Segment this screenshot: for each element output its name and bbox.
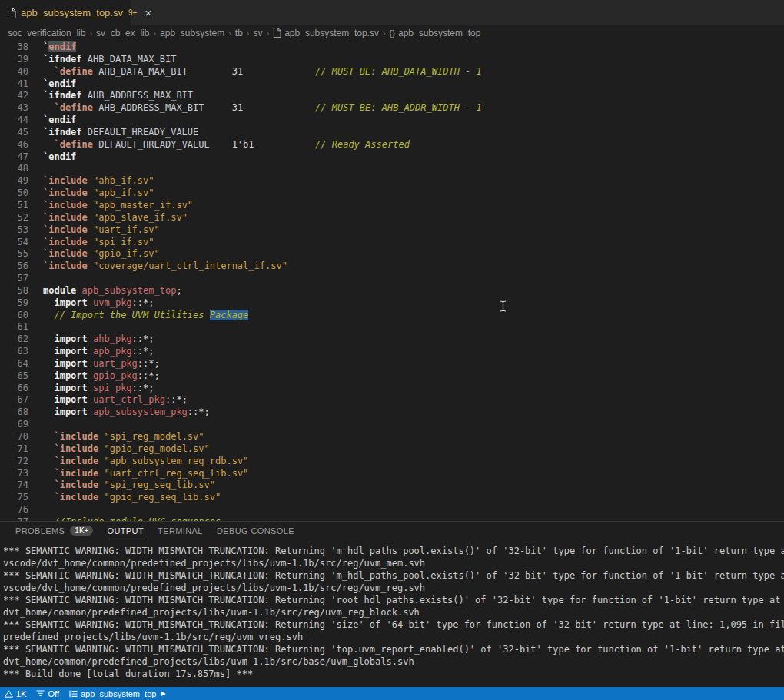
code-line[interactable]	[43, 321, 784, 333]
breadcrumb-item[interactable]: apb_subsystem_top.sv	[273, 28, 379, 38]
code-line[interactable]	[43, 273, 784, 285]
code-token: 31	[188, 66, 243, 77]
code-line[interactable]: `endif	[43, 151, 784, 164]
code-token: "apb_if.sv"	[93, 187, 154, 198]
code-line[interactable]: `define AHB_ADDRESS_MAX_BIT 31 // MUST B…	[43, 102, 784, 114]
output-line: dvt_home/common/predefined_projects/libs…	[3, 655, 784, 668]
code-line[interactable]: `ifndef AHB_DATA_MAX_BIT	[43, 54, 784, 66]
breadcrumb: soc_verification_lib›sv_cb_ex_lib›apb_su…	[0, 25, 784, 40]
breadcrumb-item[interactable]: sv	[254, 28, 263, 38]
code-editor[interactable]: 3839404142434445464748495051525354555657…	[0, 40, 784, 521]
code-token: "spi_reg_model.sv"	[104, 431, 204, 442]
line-number: 46	[0, 139, 28, 151]
code-line[interactable]: `include "apb_subsystem_reg_rdb.sv"	[43, 456, 784, 468]
code-line[interactable]: `include "spi_if.sv"	[43, 237, 784, 249]
breadcrumb-item[interactable]: apb_subsystem	[160, 28, 224, 38]
code-token: AHB_DATA_MAX_BIT	[82, 54, 177, 65]
output-line: *** SEMANTIC WARNING: WIDTH_MISMATCH_TRU…	[3, 619, 784, 631]
breadcrumb-item[interactable]: tb	[235, 28, 243, 38]
vscode-window: apb_subsystem_top.sv 9+ × soc_verificati…	[0, 0, 784, 700]
code-token: endif	[48, 41, 76, 52]
code-line[interactable]: import gpio_pkg::*;	[43, 370, 784, 383]
code-line[interactable]: `include "apb_master_if.sv"	[43, 200, 784, 212]
tab-debug-console[interactable]: DEBUG CONSOLE	[217, 522, 294, 539]
code-token: apb_subsystem_pkg	[88, 406, 188, 417]
code-token: ::*;	[138, 358, 160, 369]
code-token: uvm_pkg	[88, 297, 132, 308]
code-line[interactable]: `endif	[43, 41, 784, 54]
code-line[interactable]: `endif	[43, 114, 784, 127]
status-run-target-item[interactable]: apb_subsystem_top ▶	[69, 689, 166, 698]
code-line[interactable]: import uvm_pkg::*;	[43, 297, 784, 310]
breadcrumb-item[interactable]: {}apb_subsystem_top	[390, 28, 481, 38]
code-line[interactable]	[43, 504, 784, 516]
code-token: `include	[43, 224, 93, 235]
code-line[interactable]: import ahb_pkg::*;	[43, 333, 784, 346]
bottom-panel: PROBLEMS 1K+ OUTPUT TERMINAL DEBUG CONSO…	[0, 521, 784, 687]
code-line[interactable]: `include "uart_ctrl_reg_seq_lib.sv"	[43, 468, 784, 480]
code-token: ::*;	[132, 333, 154, 344]
code-line[interactable]: import uart_pkg::*;	[43, 358, 784, 370]
code-token	[43, 66, 54, 77]
code-line[interactable]: `define DEFAULT_HREADY_VALUE 1'b1 // Rea…	[43, 139, 784, 151]
line-number: 69	[0, 419, 28, 431]
code-token: AHB_ADDRESS_MAX_BIT	[93, 102, 204, 113]
line-number: 50	[0, 187, 28, 200]
line-number: 73	[0, 468, 28, 480]
code-token: `include	[43, 468, 104, 479]
code-token: `include	[43, 431, 104, 442]
editor-code-area[interactable]: `endif`ifndef AHB_DATA_MAX_BIT `define A…	[43, 40, 784, 521]
line-number: 72	[0, 456, 28, 468]
status-dvt-filter-item[interactable]: Off	[36, 689, 58, 698]
code-line[interactable]: `include "apb_slave_if.sv"	[43, 212, 784, 224]
code-line[interactable]: `include "gpio_if.sv"	[43, 248, 784, 260]
line-number: 38	[0, 41, 28, 54]
breadcrumb-separator-icon: ›	[267, 28, 270, 38]
code-token: // Import the UVM Utilities	[43, 310, 210, 320]
tab-apb-subsystem-top[interactable]: apb_subsystem_top.sv 9+ ×	[0, 0, 131, 25]
code-line[interactable]: import apb_subsystem_pkg::*;	[43, 406, 784, 419]
code-line[interactable]: `ifndef DEFAULT_HREADY_VALUE	[43, 127, 784, 139]
code-line[interactable]: `include "spi_reg_model.sv"	[43, 431, 784, 443]
code-line[interactable]: import spi_pkg::*;	[43, 383, 784, 395]
code-line[interactable]: `include "gpio_reg_model.sv"	[43, 443, 784, 456]
code-line[interactable]: `endif	[43, 78, 784, 91]
code-line[interactable]: `include "coverage/uart_ctrl_internal_if…	[43, 260, 784, 273]
code-token: `ifndef	[43, 127, 82, 138]
output-log[interactable]: *** SEMANTIC WARNING: WIDTH_MISMATCH_TRU…	[0, 539, 784, 682]
code-line[interactable]: // Import the UVM Utilities Package	[43, 310, 784, 322]
code-line[interactable]: `include "apb_if.sv"	[43, 187, 784, 200]
code-line[interactable]: `ifndef AHB_ADDRESS_MAX_BIT	[43, 90, 784, 102]
tab-terminal[interactable]: TERMINAL	[158, 522, 203, 539]
code-line[interactable]: `include "ahb_if.sv"	[43, 175, 784, 187]
play-icon[interactable]: ▶	[161, 690, 165, 697]
breadcrumb-separator-icon: ›	[153, 28, 156, 38]
close-icon[interactable]: ×	[145, 7, 151, 18]
code-line[interactable]: `include "uart_if.sv"	[43, 224, 784, 237]
tab-output[interactable]: OUTPUT	[107, 522, 144, 539]
code-line[interactable]: `include "gpio_reg_seq_lib.sv"	[43, 492, 784, 504]
code-line[interactable]: import uart_ctrl_pkg::*;	[43, 394, 784, 406]
code-line[interactable]: import apb_pkg::*;	[43, 346, 784, 358]
tab-problems-badge: 9+	[128, 8, 137, 17]
line-number: 56	[0, 260, 28, 273]
breadcrumb-item[interactable]: soc_verification_lib	[8, 28, 85, 38]
code-token: ::*;	[132, 383, 154, 393]
code-line[interactable]: `include "spi_reg_seq_lib.sv"	[43, 479, 784, 492]
line-number: 65	[0, 370, 28, 383]
breadcrumb-item[interactable]: sv_cb_ex_lib	[96, 28, 149, 38]
code-token: spi_pkg	[88, 383, 132, 393]
code-line[interactable]: `define AHB_DATA_MAX_BIT 31 // MUST BE: …	[43, 66, 784, 78]
breadcrumb-item-label: apb_subsystem_top	[398, 28, 480, 38]
code-token: "uart_ctrl_reg_seq_lib.sv"	[104, 468, 248, 479]
code-token: gpio_pkg	[88, 370, 138, 381]
code-line[interactable]: module apb_subsystem_top;	[43, 285, 784, 297]
code-token: // Ready Asserted	[315, 139, 410, 150]
code-token: ::*;	[165, 394, 188, 405]
tab-problems[interactable]: PROBLEMS 1K+	[15, 522, 93, 539]
line-number: 54	[0, 237, 28, 249]
code-token: import	[43, 370, 88, 381]
status-problems-item[interactable]: 1K	[5, 689, 26, 698]
code-line[interactable]	[43, 419, 784, 431]
code-line[interactable]	[43, 163, 784, 175]
